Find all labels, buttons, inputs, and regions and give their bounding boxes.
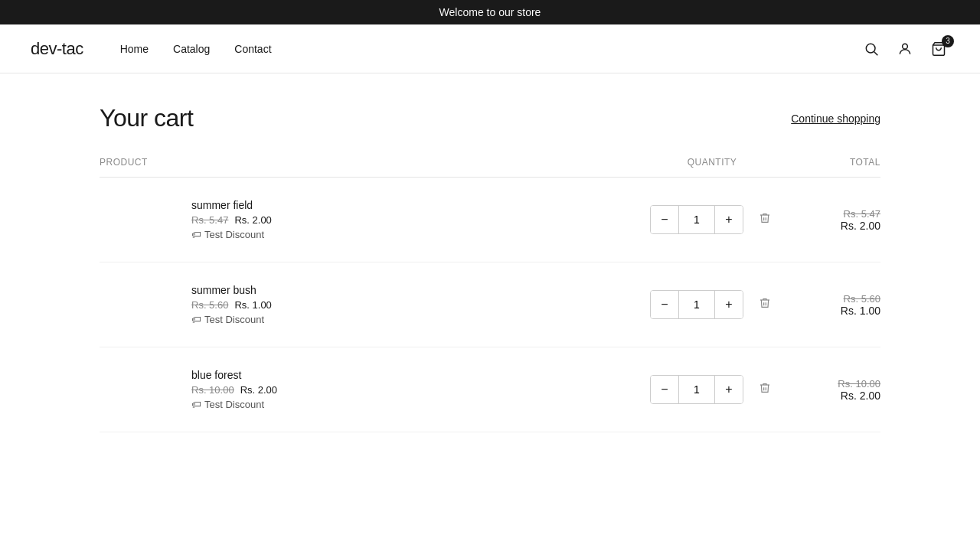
delete-item-button[interactable] — [756, 379, 774, 400]
column-product: PRODUCT — [100, 157, 635, 168]
item-quantity: − + — [635, 375, 789, 404]
trash-icon — [759, 297, 771, 309]
item-name: summer bush — [191, 284, 635, 296]
quantity-input[interactable] — [678, 206, 715, 233]
item-prices: Rs. 10.00 Rs. 2.00 — [191, 384, 635, 396]
discount-badge: 🏷 Test Discount — [191, 229, 635, 240]
item-prices: Rs. 5.60 Rs. 1.00 — [191, 299, 635, 311]
discount-badge: 🏷 Test Discount — [191, 314, 635, 325]
decrease-quantity-button[interactable]: − — [651, 376, 678, 403]
total-sale: Rs. 1.00 — [789, 305, 880, 317]
price-original: Rs. 5.60 — [191, 299, 228, 311]
nav-contact[interactable]: Contact — [234, 43, 271, 55]
price-original: Rs. 5.47 — [191, 214, 228, 226]
item-prices: Rs. 5.47 Rs. 2.00 — [191, 214, 635, 226]
decrease-quantity-button[interactable]: − — [651, 206, 678, 233]
price-original: Rs. 10.00 — [191, 384, 234, 396]
price-sale: Rs. 1.00 — [234, 299, 271, 311]
account-icon — [897, 41, 913, 57]
item-quantity: − + — [635, 290, 789, 319]
cart-title: Your cart — [100, 104, 193, 132]
increase-quantity-button[interactable]: + — [715, 376, 743, 403]
item-name: blue forest — [191, 369, 635, 381]
total-original: Rs. 5.60 — [789, 293, 880, 305]
header: dev-tac Home Catalog Contact 3 — [0, 24, 980, 73]
increase-quantity-button[interactable]: + — [715, 206, 743, 233]
quantity-wrapper: − + — [650, 290, 743, 319]
price-sale: Rs. 2.00 — [234, 214, 271, 226]
item-total: Rs. 5.47 Rs. 2.00 — [789, 208, 880, 232]
svg-line-1 — [874, 51, 878, 55]
announcement-bar: Welcome to our store — [0, 0, 980, 24]
cart-button[interactable]: 3 — [928, 38, 949, 60]
trash-icon — [759, 212, 771, 224]
decrease-quantity-button[interactable]: − — [651, 291, 678, 318]
cart-table-header: PRODUCT QUANTITY TOTAL — [100, 157, 880, 178]
total-original: Rs. 10.00 — [789, 378, 880, 390]
cart-item: blue forest Rs. 10.00 Rs. 2.00 🏷 Test Di… — [100, 347, 880, 432]
discount-label: Test Discount — [204, 314, 264, 325]
discount-badge: 🏷 Test Discount — [191, 399, 635, 410]
search-icon — [864, 41, 879, 57]
nav-catalog[interactable]: Catalog — [173, 43, 210, 55]
trash-icon — [759, 382, 771, 394]
item-name: summer field — [191, 199, 635, 211]
quantity-wrapper: − + — [650, 375, 743, 404]
nav-home[interactable]: Home — [120, 43, 149, 55]
column-total: TOTAL — [789, 157, 880, 168]
svg-point-0 — [866, 44, 875, 53]
cart-header: Your cart Continue shopping — [100, 104, 880, 132]
cart-item: summer bush Rs. 5.60 Rs. 1.00 🏷 Test Dis… — [100, 262, 880, 347]
item-quantity: − + — [635, 205, 789, 234]
item-total: Rs. 5.60 Rs. 1.00 — [789, 293, 880, 317]
total-original: Rs. 5.47 — [789, 208, 880, 220]
quantity-wrapper: − + — [650, 205, 743, 234]
item-info: summer bush Rs. 5.60 Rs. 1.00 🏷 Test Dis… — [100, 284, 635, 325]
delete-item-button[interactable] — [756, 294, 774, 315]
tag-icon: 🏷 — [191, 229, 201, 240]
cart-items: summer field Rs. 5.47 Rs. 2.00 🏷 Test Di… — [100, 178, 880, 432]
search-button[interactable] — [861, 38, 882, 60]
item-total: Rs. 10.00 Rs. 2.00 — [789, 378, 880, 402]
total-sale: Rs. 2.00 — [789, 220, 880, 232]
delete-item-button[interactable] — [756, 209, 774, 230]
price-sale: Rs. 2.00 — [240, 384, 277, 396]
discount-label: Test Discount — [204, 229, 264, 240]
quantity-input[interactable] — [678, 376, 715, 403]
svg-point-2 — [903, 44, 908, 49]
cart-item: summer field Rs. 5.47 Rs. 2.00 🏷 Test Di… — [100, 178, 880, 262]
discount-label: Test Discount — [204, 399, 264, 410]
item-info: blue forest Rs. 10.00 Rs. 2.00 🏷 Test Di… — [100, 369, 635, 410]
cart-badge: 3 — [942, 35, 954, 47]
tag-icon: 🏷 — [191, 314, 201, 325]
logo[interactable]: dev-tac — [31, 39, 83, 59]
header-icons: 3 — [861, 38, 949, 60]
announcement-text: Welcome to our store — [439, 6, 541, 18]
main-content: Your cart Continue shopping PRODUCT QUAN… — [69, 73, 911, 463]
quantity-input[interactable] — [678, 291, 715, 318]
item-info: summer field Rs. 5.47 Rs. 2.00 🏷 Test Di… — [100, 199, 635, 240]
main-nav: Home Catalog Contact — [120, 43, 861, 55]
tag-icon: 🏷 — [191, 399, 201, 410]
increase-quantity-button[interactable]: + — [715, 291, 743, 318]
account-button[interactable] — [894, 38, 916, 60]
continue-shopping-link[interactable]: Continue shopping — [791, 112, 880, 125]
column-quantity: QUANTITY — [635, 157, 789, 168]
total-sale: Rs. 2.00 — [789, 390, 880, 402]
